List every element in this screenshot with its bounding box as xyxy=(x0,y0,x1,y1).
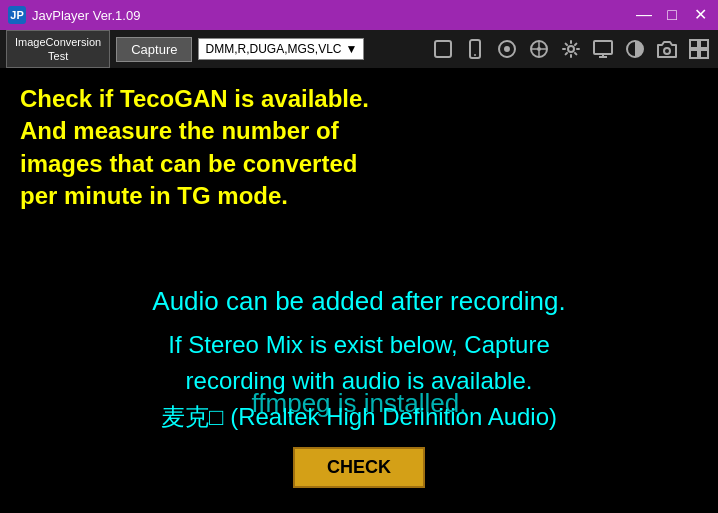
chevron-down-icon: ▼ xyxy=(345,42,357,56)
settings-icon[interactable] xyxy=(558,36,584,62)
contrast-icon[interactable] xyxy=(622,36,648,62)
svg-rect-15 xyxy=(690,40,698,48)
mobile-icon[interactable] xyxy=(462,36,488,62)
image-conversion-button[interactable]: ImageConversion Test xyxy=(6,30,110,69)
stereo-mix-text: If Stereo Mix is exist below, Capture re… xyxy=(20,327,698,435)
svg-rect-0 xyxy=(435,41,451,57)
square-icon[interactable] xyxy=(430,36,456,62)
ffmpeg-status-text: ffmpeg is installed. xyxy=(20,388,698,419)
app-icon: JP xyxy=(8,6,26,24)
toolbar-icons xyxy=(430,36,712,62)
check-button[interactable]: CHECK xyxy=(293,447,425,488)
svg-point-8 xyxy=(537,47,541,51)
maximize-button[interactable]: □ xyxy=(662,7,682,23)
gamepad-icon[interactable] xyxy=(526,36,552,62)
toolbar: ImageConversion Test Capture DMM,R,DUGA,… xyxy=(0,30,718,68)
minimize-button[interactable]: — xyxy=(634,7,654,23)
capture-button[interactable]: Capture xyxy=(116,37,192,62)
svg-point-2 xyxy=(474,54,476,56)
grid-icon[interactable] xyxy=(686,36,712,62)
close-button[interactable]: ✕ xyxy=(690,7,710,23)
window-controls: — □ ✕ xyxy=(634,7,710,23)
svg-rect-10 xyxy=(594,41,612,54)
svg-point-9 xyxy=(568,46,574,52)
tecogan-info-text: Check if TecoGAN is available. And measu… xyxy=(20,83,698,213)
audio-info-text: Audio can be added after recording. xyxy=(20,283,698,319)
svg-point-14 xyxy=(664,48,670,54)
toolbar-left: ImageConversion Test Capture DMM,R,DUGA,… xyxy=(6,30,364,69)
svg-rect-17 xyxy=(690,50,698,58)
record-circle-icon[interactable] xyxy=(494,36,520,62)
svg-rect-18 xyxy=(700,50,708,58)
main-content: Check if TecoGAN is available. And measu… xyxy=(0,68,718,513)
svg-point-4 xyxy=(504,46,510,52)
title-bar: JP JavPlayer Ver.1.09 — □ ✕ xyxy=(0,0,718,30)
monitor-icon[interactable] xyxy=(590,36,616,62)
svg-rect-16 xyxy=(700,40,708,48)
sources-dropdown[interactable]: DMM,R,DUGA,MGS,VLC ▼ xyxy=(198,38,364,60)
camera-icon[interactable] xyxy=(654,36,680,62)
app-title: JavPlayer Ver.1.09 xyxy=(32,8,634,23)
